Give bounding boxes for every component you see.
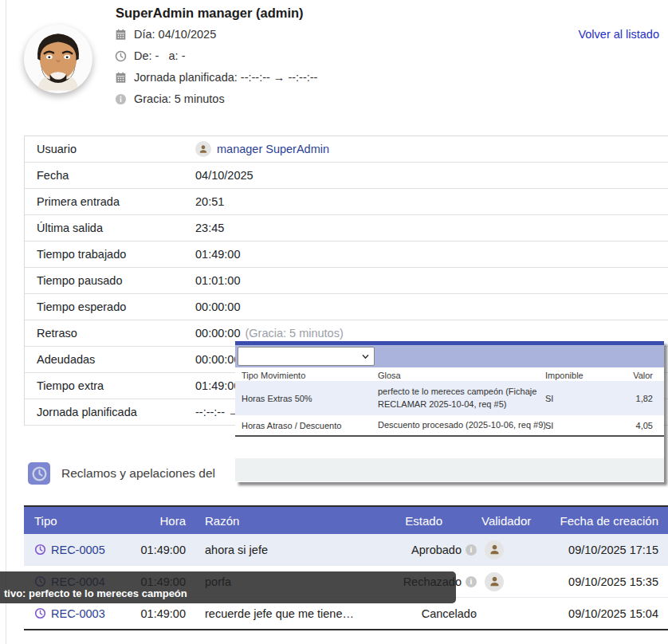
planned-shift-text: Jornada planificada: --:--:-- → --:--:-- bbox=[134, 71, 317, 84]
row-value: 04/10/2025 bbox=[195, 163, 253, 188]
day-text: Día: 04/10/2025 bbox=[134, 28, 216, 41]
table-row: Última salida 23:45 bbox=[25, 215, 668, 242]
row-label: Jornada planificada bbox=[37, 399, 137, 425]
table-row: REC-0005 01:49:00 ahora si jefe Aprobado… bbox=[24, 534, 668, 565]
page: SuperAdmin manager (admin) Volver al lis… bbox=[0, 0, 668, 644]
row-value: 00:00:00 bbox=[195, 294, 240, 320]
status-info-icon[interactable]: i bbox=[466, 544, 477, 556]
info-icon bbox=[115, 93, 127, 105]
validator-cell bbox=[485, 534, 504, 565]
info-line-grace: Gracia: 5 minutos bbox=[115, 92, 225, 106]
col-header-tipo: Tipo bbox=[34, 507, 57, 534]
movement-type: Horas Extras 50% bbox=[242, 381, 312, 415]
row-label: Tiempo extra bbox=[37, 373, 104, 399]
clock-icon bbox=[34, 607, 46, 619]
movement-type-select[interactable] bbox=[238, 347, 375, 366]
movement-taxable: SI bbox=[545, 381, 553, 415]
claims-table-header: Tipo Hora Razón Estado Validador Fecha d… bbox=[24, 507, 668, 534]
popup-col-tipo: Tipo Movimiento bbox=[242, 371, 305, 380]
row-label: Primera entrada bbox=[37, 189, 120, 214]
back-to-list-link[interactable]: Volver al listado bbox=[578, 28, 659, 41]
info-line-from-to: De: - a: - bbox=[115, 49, 185, 63]
page-title: SuperAdmin manager (admin) bbox=[116, 6, 304, 21]
popup-col-glosa: Glosa bbox=[378, 371, 401, 380]
popup-toolbar bbox=[235, 345, 664, 367]
table-row: Tiempo trabajado 01:49:00 bbox=[25, 242, 668, 268]
clock-icon bbox=[34, 544, 46, 556]
row-label: Fecha bbox=[37, 163, 69, 188]
grace-text: Gracia: 5 minutos bbox=[134, 92, 225, 105]
status-badge: Cancelado bbox=[422, 607, 477, 620]
claim-id: REC-0005 bbox=[51, 544, 105, 556]
status-badge: Aprobado bbox=[411, 544, 462, 556]
popup-table-bottom-border bbox=[235, 435, 664, 437]
info-line-day: Día: 04/10/2025 bbox=[115, 27, 216, 41]
section-title: Reclamos y apelaciones del bbox=[61, 462, 215, 485]
claim-link[interactable]: REC-0005 bbox=[34, 544, 105, 556]
movement-taxable: SI bbox=[545, 415, 553, 435]
validator-cell: - bbox=[473, 598, 477, 629]
popup-footer bbox=[235, 458, 664, 481]
avatar-illustration bbox=[24, 25, 92, 93]
row-value: 01:49:00 bbox=[195, 242, 240, 267]
row-value: 23:45 bbox=[195, 215, 224, 241]
claim-created-date: 09/10/2025 15:04 bbox=[568, 598, 658, 629]
col-header-estado: Estado bbox=[287, 507, 442, 534]
movement-value: 4,05 bbox=[592, 415, 653, 435]
table-row: Usuario manager SuperAdmin bbox=[25, 136, 668, 163]
table-row: Fecha 04/10/2025 bbox=[25, 163, 668, 189]
grace-note: (Gracia: 5 minutos) bbox=[245, 327, 343, 340]
movement-gloss: perfecto te lo mereces campeón (Fichaje … bbox=[378, 381, 539, 415]
tooltip: tivo: perfecto te lo mereces campeón bbox=[0, 571, 456, 603]
claim-created-date: 09/10/2025 17:15 bbox=[568, 534, 658, 565]
movement-gloss: Descuento procesado (2025-10-06, req #9) bbox=[378, 415, 539, 435]
avatar bbox=[24, 25, 92, 93]
popup-col-valor: Valor bbox=[592, 371, 653, 380]
table-row: Horas Extras 50% perfecto te lo mereces … bbox=[235, 381, 664, 415]
calendar-icon bbox=[115, 29, 127, 41]
row-label: Usuario bbox=[37, 136, 77, 162]
status-info-icon[interactable]: i bbox=[466, 576, 477, 587]
validator-cell bbox=[485, 566, 504, 597]
info-line-planned-shift: Jornada planificada: --:--:-- → --:--:-- bbox=[115, 70, 317, 84]
popup-col-imponible: Imponible bbox=[545, 371, 584, 380]
row-value: 01:01:00 bbox=[195, 268, 240, 293]
tooltip-text: tivo: perfecto te lo mereces campeón bbox=[4, 587, 187, 599]
row-label: Adeudadas bbox=[37, 347, 95, 372]
row-value: 01:49:00 bbox=[195, 373, 240, 399]
row-label: Retraso bbox=[37, 320, 77, 346]
claim-created-date: 09/10/2025 15:35 bbox=[568, 566, 658, 597]
delay-value: 00:00:00 bbox=[195, 327, 240, 340]
col-header-hora: Hora bbox=[106, 507, 186, 534]
col-header-fecha: Fecha de creación bbox=[560, 507, 658, 534]
row-value: 20:51 bbox=[195, 189, 224, 214]
page-left-border bbox=[6, 0, 6, 644]
col-header-razon: Razón bbox=[205, 507, 239, 534]
user-icon bbox=[195, 141, 211, 157]
claim-status-cell: Aprobado i bbox=[287, 534, 477, 565]
row-value: manager SuperAdmin bbox=[195, 136, 329, 162]
movement-value: 1,82 bbox=[592, 381, 653, 415]
row-label: Última salida bbox=[37, 215, 103, 241]
claim-hour: 01:49:00 bbox=[106, 534, 186, 565]
clock-icon bbox=[115, 50, 127, 62]
claim-link[interactable]: REC-0003 bbox=[34, 607, 105, 620]
table-row: Horas Atraso / Descuento Descuento proce… bbox=[235, 415, 664, 435]
section-clock-icon bbox=[28, 462, 50, 485]
user-link[interactable]: manager SuperAdmin bbox=[217, 143, 329, 155]
claim-reason: ahora si jefe bbox=[205, 534, 268, 565]
claim-id-cell: REC-0005 bbox=[34, 534, 105, 565]
row-label: Tiempo esperado bbox=[37, 294, 126, 320]
row-label: Tiempo pausado bbox=[37, 268, 122, 293]
claim-id: REC-0003 bbox=[51, 607, 105, 620]
table-row: Tiempo pausado 01:01:00 bbox=[25, 268, 668, 294]
calendar-icon bbox=[115, 72, 127, 84]
table-row: Tiempo esperado 00:00:00 bbox=[25, 294, 668, 320]
claims-table: Tipo Hora Razón Estado Validador Fecha d… bbox=[24, 505, 668, 630]
row-label: Tiempo trabajado bbox=[37, 242, 126, 267]
from-to-text: De: - a: - bbox=[134, 49, 185, 62]
table-row: Primera entrada 20:51 bbox=[25, 189, 668, 215]
movement-type: Horas Atraso / Descuento bbox=[242, 415, 341, 435]
movements-popup: Tipo Movimiento Glosa Imponible Valor Ho… bbox=[235, 341, 664, 482]
row-value: 00:00:00 bbox=[195, 347, 240, 372]
